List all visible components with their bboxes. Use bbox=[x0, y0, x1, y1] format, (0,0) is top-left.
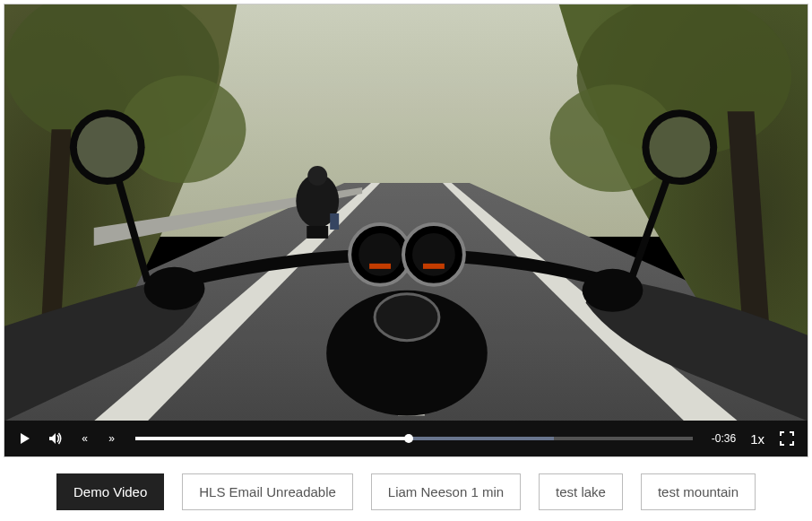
tab-test-mountain[interactable]: test mountain bbox=[641, 473, 756, 510]
svg-marker-33 bbox=[21, 433, 30, 444]
video-control-bar: « » -0:36 1x bbox=[4, 421, 808, 456]
svg-marker-34 bbox=[49, 433, 56, 444]
play-button[interactable] bbox=[12, 423, 39, 454]
video-player: « » -0:36 1x bbox=[4, 4, 808, 457]
seek-forward-button[interactable]: » bbox=[99, 432, 123, 445]
tab-hls-email-unreadable[interactable]: HLS Email Unreadable bbox=[182, 473, 353, 510]
svg-rect-32 bbox=[4, 4, 808, 421]
volume-icon bbox=[48, 431, 63, 446]
progress-thumb[interactable] bbox=[404, 434, 413, 443]
remaining-time: -0:36 bbox=[705, 432, 741, 445]
progress-played bbox=[135, 437, 409, 440]
play-icon bbox=[18, 431, 32, 446]
tab-test-lake[interactable]: test lake bbox=[539, 473, 623, 510]
seek-back-button[interactable]: « bbox=[73, 432, 96, 445]
playback-rate-button[interactable]: 1x bbox=[745, 431, 770, 447]
video-frame[interactable] bbox=[4, 4, 808, 421]
fullscreen-button[interactable] bbox=[773, 423, 800, 454]
tab-liam-neeson-1-min[interactable]: Liam Neeson 1 min bbox=[371, 473, 521, 510]
playlist-tabs: Demo Video HLS Email Unreadable Liam Nee… bbox=[4, 457, 808, 510]
tab-demo-video[interactable]: Demo Video bbox=[56, 473, 164, 510]
progress-bar[interactable] bbox=[135, 437, 693, 440]
volume-button[interactable] bbox=[42, 423, 69, 454]
fullscreen-icon bbox=[780, 431, 794, 446]
